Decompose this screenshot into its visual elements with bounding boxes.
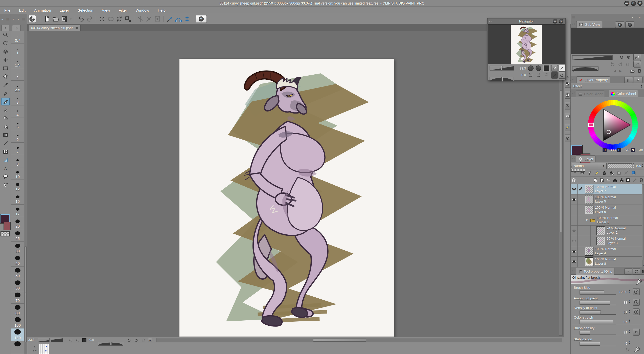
collapse-left-icon[interactable]: « (13, 17, 14, 21)
tab-close-icon[interactable] (76, 27, 78, 29)
navigator-title-bar[interactable]: ▸≡ Navigator — ✕ (488, 18, 565, 24)
brush-size-60[interactable]: 60 (11, 279, 24, 291)
brush-size-40[interactable]: 40 (11, 254, 24, 267)
subtool-detail-tab[interactable] (624, 268, 632, 275)
visibility-eye-icon[interactable] (571, 249, 577, 254)
layer-row-layer-3[interactable]: 60 % NormalLayer 3 (571, 236, 642, 246)
menu-file[interactable]: File (0, 8, 15, 12)
brush-size-20[interactable]: 20 (11, 217, 24, 229)
layer-thumbnail[interactable] (596, 237, 605, 245)
hue-ring[interactable] (586, 98, 639, 151)
brush-size-4[interactable]: 4 (11, 105, 24, 118)
vector-pen-button[interactable] (166, 15, 174, 23)
symmetry-grid-button[interactable] (154, 15, 161, 23)
visibility-eye-icon[interactable] (571, 197, 577, 202)
brush-size-2[interactable]: 2 (11, 68, 24, 81)
tool-rotate-canvas[interactable] (1, 39, 10, 47)
tool-object[interactable] (1, 181, 10, 189)
canvas-area[interactable] (27, 31, 564, 337)
brush-size-30[interactable]: 30 (11, 242, 24, 254)
zoom-in-icon[interactable] (536, 65, 541, 71)
transfer-down-icon[interactable] (612, 177, 618, 184)
layer-name[interactable]: Layer 6 (595, 210, 616, 214)
menu-window[interactable]: Window (131, 8, 153, 12)
merge-down-icon[interactable] (619, 177, 624, 184)
blend-mode-dropdown[interactable]: Normal▼ (572, 163, 607, 169)
reset-rotation-icon[interactable] (141, 338, 146, 343)
scroll-up-icon[interactable]: ▲ (32, 344, 37, 348)
minimize-panel-icon[interactable]: — (553, 19, 557, 24)
tool-blend[interactable] (1, 114, 10, 122)
next-image-icon[interactable]: ▶ (619, 69, 622, 73)
lum-value[interactable]: 20 (623, 148, 629, 152)
menu-edit[interactable]: Edit (15, 8, 30, 12)
layer-name[interactable]: Layer 7 (595, 189, 616, 193)
brush-size-17[interactable]: 17 (11, 205, 24, 217)
brush-size-100[interactable]: 100 (11, 316, 24, 328)
layer-thumbnail[interactable] (596, 226, 605, 235)
delete-layer-icon[interactable] (638, 177, 644, 184)
symmetry-diagonal-button[interactable] (145, 15, 153, 23)
register-tab[interactable] (633, 268, 640, 275)
rotate-ccw-icon[interactable] (527, 72, 534, 78)
subtool-panel-tab[interactable] (12, 25, 21, 31)
symmetry-line-button[interactable] (136, 15, 144, 23)
panel-menu-icon[interactable]: ▸≡ (572, 22, 576, 26)
rotate-ccw-icon[interactable] (126, 338, 131, 343)
wrench-icon[interactable] (635, 278, 643, 286)
transform-scale-button[interactable] (124, 15, 132, 23)
flip-reset-button[interactable] (559, 65, 565, 72)
rotate-cw-icon[interactable] (536, 72, 542, 78)
tool-text[interactable]: A (1, 164, 10, 172)
subview-zoom-slider[interactable] (572, 55, 613, 60)
scroll-double-down-icon[interactable]: ⯆⯆ (32, 349, 37, 353)
zoom-out-icon[interactable] (68, 338, 73, 343)
layer-row-layer-8[interactable]: 100 % NormalLayer 8 (571, 257, 642, 267)
expand-right-icon[interactable]: › (632, 15, 633, 19)
visibility-eye-icon[interactable] (571, 186, 577, 192)
close-panel-icon[interactable]: ✕ (559, 19, 563, 24)
slider-bar[interactable] (580, 342, 600, 346)
layer-name[interactable]: Layer 2 (607, 230, 626, 235)
brush-size-1[interactable]: 1 (11, 43, 24, 56)
folder-expand-icon[interactable]: ▼ (585, 218, 588, 222)
slider-bar[interactable] (580, 301, 610, 305)
slider-stepper[interactable]: ▲▼ (628, 319, 630, 323)
material-fx-lines[interactable] (565, 102, 571, 109)
zoom-in-icon[interactable] (75, 338, 80, 343)
pencil-icon[interactable] (594, 170, 600, 176)
panel-menu-icon[interactable]: ▸≡ (572, 92, 576, 95)
subview-info-tab[interactable]: i (625, 21, 634, 28)
new-file-button[interactable] (43, 15, 51, 23)
material-layout-ic[interactable] (565, 91, 571, 99)
new-layer-icon[interactable] (592, 177, 598, 184)
collapse-left-icon[interactable]: « (2, 17, 3, 21)
statusbar-zoom-slider[interactable] (38, 338, 63, 342)
slider-value[interactable]: 31 (612, 330, 627, 334)
hue-marker[interactable] (588, 123, 593, 127)
tool-operation[interactable] (1, 48, 10, 55)
vector-snap-button[interactable] (183, 15, 191, 23)
layer-row-layer-2[interactable]: 24 % NormalLayer 2 (571, 226, 642, 236)
rotate-cw-icon[interactable] (617, 61, 623, 68)
layer-name[interactable]: Layer 4 (595, 251, 616, 255)
canvas[interactable] (179, 59, 394, 337)
color-slider-tab[interactable]: Color Slider (576, 91, 605, 97)
fit-screen-icon[interactable] (544, 65, 549, 71)
slider-bar[interactable] (580, 331, 590, 335)
snap-dots-button[interactable] (98, 15, 106, 23)
brush-size-15[interactable]: 15 (11, 192, 24, 205)
brush-size-80[interactable]: 80 (11, 304, 24, 316)
slider-stepper[interactable]: ▲▼ (628, 330, 630, 334)
layer-name[interactable]: Layer 3 (607, 241, 626, 245)
subtool-scrollbar[interactable]: ||| (24, 31, 27, 354)
tool-eraser[interactable] (1, 106, 10, 114)
slider-value[interactable]: 61 (612, 310, 627, 314)
opacity-stepper[interactable]: ▲▼ (641, 164, 643, 168)
panel-menu-icon[interactable]: ▸≡ (572, 78, 576, 81)
clip-pin-icon[interactable] (586, 170, 593, 176)
layer-name[interactable]: Folder 1 (597, 220, 618, 224)
menu-animation[interactable]: Animation (30, 8, 55, 12)
mini-dropdown-icon[interactable] (572, 170, 578, 176)
zoom-out-icon[interactable] (619, 54, 625, 60)
